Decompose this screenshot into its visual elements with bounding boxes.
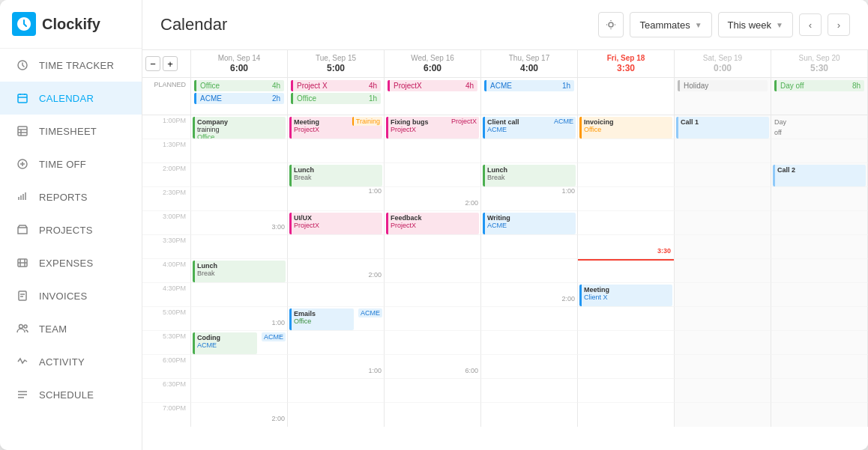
cell-thu-3pm[interactable]: Writing ACME bbox=[481, 211, 578, 235]
cell-mon-4pm[interactable]: Lunch Break bbox=[191, 259, 288, 283]
cell-mon-530pm[interactable]: Coding ACME ACME bbox=[191, 331, 288, 355]
event-emails[interactable]: Emails Office bbox=[289, 308, 354, 330]
cell-thu-630pm[interactable] bbox=[481, 379, 578, 403]
event-lunch-break-mon[interactable]: Lunch Break bbox=[193, 261, 286, 282]
cell-fri-630pm[interactable] bbox=[578, 379, 675, 403]
cell-mon-6pm[interactable] bbox=[191, 355, 288, 379]
sidebar-item-reports[interactable]: REPORTS bbox=[0, 180, 142, 213]
cell-tue-530pm[interactable] bbox=[288, 331, 385, 355]
this-week-dropdown[interactable]: This week ▼ bbox=[718, 12, 793, 37]
cell-fri-230pm[interactable] bbox=[578, 187, 675, 211]
cell-wed-330pm[interactable] bbox=[385, 235, 481, 259]
cell-wed-6pm[interactable]: 6:00 bbox=[385, 355, 481, 379]
sidebar-item-invoices[interactable]: INVOICES bbox=[0, 279, 142, 312]
cell-wed-3pm[interactable]: Feedback ProjectX bbox=[385, 211, 481, 235]
cell-fri-3pm[interactable] bbox=[578, 211, 675, 235]
cell-mon-230pm[interactable] bbox=[191, 187, 288, 211]
event-call2[interactable]: Call 2 bbox=[773, 165, 866, 186]
cell-tue-5pm[interactable]: Emails Office ACME bbox=[288, 307, 385, 331]
cell-wed-4pm[interactable] bbox=[385, 259, 481, 283]
planned-mon: Office4h ACME2h bbox=[191, 78, 288, 115]
cell-wed-230pm[interactable]: 2:00 bbox=[385, 187, 481, 211]
collapse-button[interactable]: − bbox=[145, 56, 160, 71]
teammates-dropdown[interactable]: Teammates ▼ bbox=[630, 12, 711, 37]
cell-tue-2pm[interactable]: Lunch Break bbox=[288, 163, 385, 187]
sidebar-item-calendar[interactable]: CALENDAR bbox=[0, 82, 142, 115]
cell-tue-3pm[interactable]: UI/UX ProjectX bbox=[288, 211, 385, 235]
clock-icon bbox=[15, 58, 30, 73]
event-lunch-break-tue[interactable]: Lunch Break bbox=[289, 165, 382, 186]
sidebar-item-schedule[interactable]: SCHEDULE bbox=[0, 378, 142, 411]
cell-tue-1pm[interactable]: Meeting ProjectX Training bbox=[288, 115, 385, 139]
cell-thu-230pm[interactable]: 1:00 bbox=[481, 187, 578, 211]
cell-wed-530pm[interactable] bbox=[385, 331, 481, 355]
cell-thu-530pm[interactable] bbox=[481, 331, 578, 355]
cell-fri-2pm[interactable] bbox=[578, 163, 675, 187]
cell-thu-1pm[interactable]: Client call ACME ACME bbox=[481, 115, 578, 139]
cell-mon-5pm[interactable]: 1:00 bbox=[191, 307, 288, 331]
filter-button[interactable] bbox=[598, 12, 624, 37]
cell-tue-230pm[interactable]: 1:00 bbox=[288, 187, 385, 211]
cell-wed-2pm[interactable] bbox=[385, 163, 481, 187]
cell-tue-430pm[interactable] bbox=[288, 283, 385, 307]
cell-fri-1pm[interactable]: Invoicing Office bbox=[578, 115, 675, 139]
cell-fri-5pm[interactable] bbox=[578, 307, 675, 331]
event-call1[interactable]: Call 1 bbox=[676, 117, 769, 139]
cell-mon-130pm[interactable] bbox=[191, 139, 288, 163]
cell-tue-630pm[interactable] bbox=[288, 379, 385, 403]
expand-button[interactable]: + bbox=[163, 56, 178, 71]
cell-fri-7pm[interactable] bbox=[578, 403, 675, 427]
sidebar-item-time-off[interactable]: TIME OFF bbox=[0, 148, 142, 180]
cell-mon-630pm[interactable] bbox=[191, 379, 288, 403]
cell-thu-6pm[interactable] bbox=[481, 355, 578, 379]
cell-thu-430pm[interactable]: 2:00 bbox=[481, 283, 578, 307]
cell-fri-530pm[interactable] bbox=[578, 331, 675, 355]
cell-fri-430pm[interactable]: Meeting Client X ▷ bbox=[578, 283, 675, 307]
cell-mon-3pm[interactable]: 3:00 bbox=[191, 211, 288, 235]
cell-wed-1pm[interactable]: Fixing bugs ProjectX ProjectX bbox=[385, 115, 481, 139]
cell-thu-330pm[interactable] bbox=[481, 235, 578, 259]
cell-fri-4pm[interactable] bbox=[578, 259, 675, 283]
cell-thu-2pm[interactable]: Lunch Break bbox=[481, 163, 578, 187]
event-feedback[interactable]: Feedback ProjectX bbox=[386, 213, 479, 234]
sidebar-item-activity[interactable]: ACTIVITY bbox=[0, 345, 142, 378]
calendar-view[interactable]: − + Mon, Sep 14 6:00 Tue, Sep 15 5:00 We… bbox=[142, 50, 868, 450]
event-invoicing[interactable]: Invoicing Office bbox=[579, 117, 672, 139]
sidebar-item-time-tracker[interactable]: TIME TRACKER bbox=[0, 49, 142, 82]
cell-thu-130pm[interactable] bbox=[481, 139, 578, 163]
cell-thu-5pm[interactable] bbox=[481, 307, 578, 331]
prev-week-button[interactable]: ‹ bbox=[799, 13, 822, 36]
reports-icon bbox=[15, 189, 30, 204]
cell-tue-6pm[interactable]: 1:00 bbox=[288, 355, 385, 379]
sidebar-item-projects[interactable]: PROJECTS bbox=[0, 213, 142, 246]
cell-mon-2pm[interactable] bbox=[191, 163, 288, 187]
next-week-button[interactable]: › bbox=[828, 13, 850, 36]
cell-fri-130pm[interactable] bbox=[578, 139, 675, 163]
cell-tue-130pm[interactable] bbox=[288, 139, 385, 163]
cell-mon-430pm[interactable] bbox=[191, 283, 288, 307]
cell-mon-330pm[interactable] bbox=[191, 235, 288, 259]
event-lunch-break-thu[interactable]: Lunch Break bbox=[483, 165, 576, 186]
event-uiux[interactable]: UI/UX ProjectX bbox=[289, 213, 382, 234]
cell-mon-1pm[interactable]: Company training Office bbox=[191, 115, 288, 139]
sidebar-item-timesheet[interactable]: TIMESHEET bbox=[0, 115, 142, 148]
cell-thu-7pm[interactable] bbox=[481, 403, 578, 427]
event-coding[interactable]: Coding ACME bbox=[193, 332, 257, 354]
cell-wed-430pm[interactable] bbox=[385, 283, 481, 307]
cell-mon-7pm[interactable]: 2:00 bbox=[191, 403, 288, 427]
cell-fri-6pm[interactable] bbox=[578, 355, 675, 379]
cell-thu-4pm[interactable] bbox=[481, 259, 578, 283]
event-meeting-client-x[interactable]: Meeting Client X ▷ bbox=[579, 285, 672, 306]
cell-wed-130pm[interactable] bbox=[385, 139, 481, 163]
event-writing[interactable]: Writing ACME bbox=[483, 213, 576, 234]
cell-tue-7pm[interactable] bbox=[288, 403, 385, 427]
cell-wed-5pm[interactable] bbox=[385, 307, 481, 331]
cell-wed-630pm[interactable] bbox=[385, 379, 481, 403]
cell-fri-330pm[interactable]: 3:30 bbox=[578, 235, 675, 259]
event-company-training[interactable]: Company training Office bbox=[193, 117, 286, 139]
sidebar-item-expenses[interactable]: EXPENSES bbox=[0, 246, 142, 279]
cell-wed-7pm[interactable] bbox=[385, 403, 481, 427]
cell-tue-330pm[interactable] bbox=[288, 235, 385, 259]
cell-tue-4pm[interactable]: 2:00 bbox=[288, 259, 385, 283]
sidebar-item-team[interactable]: TEAM bbox=[0, 312, 142, 345]
